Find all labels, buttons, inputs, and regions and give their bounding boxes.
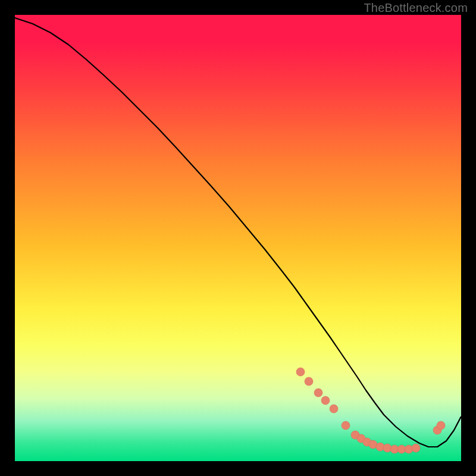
data-point	[321, 396, 330, 405]
bottleneck-curve	[15, 18, 461, 447]
chart-svg	[15, 15, 461, 461]
data-point	[330, 405, 338, 413]
data-point	[383, 444, 392, 452]
data-point	[305, 377, 313, 386]
data-point	[342, 421, 350, 430]
plot-area	[15, 15, 461, 461]
data-point	[314, 389, 322, 397]
attribution-label: TheBottleneck.com	[364, 1, 468, 15]
data-point	[405, 445, 413, 453]
data-point	[376, 443, 384, 451]
data-point	[412, 444, 420, 452]
chart-frame: TheBottleneck.com	[0, 0, 476, 476]
data-point	[437, 421, 445, 430]
data-point	[296, 368, 305, 376]
data-points-group	[296, 368, 445, 453]
